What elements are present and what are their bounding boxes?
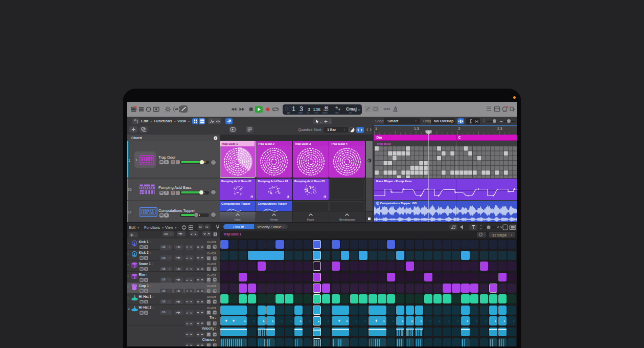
svg-text:?: ? (147, 108, 149, 111)
svg-text:1234: 1234 (383, 107, 390, 111)
svg-text:⌄: ⌄ (319, 120, 322, 123)
svg-text:⌄: ⌄ (329, 120, 331, 123)
svg-text:⌄: ⌄ (135, 233, 137, 236)
